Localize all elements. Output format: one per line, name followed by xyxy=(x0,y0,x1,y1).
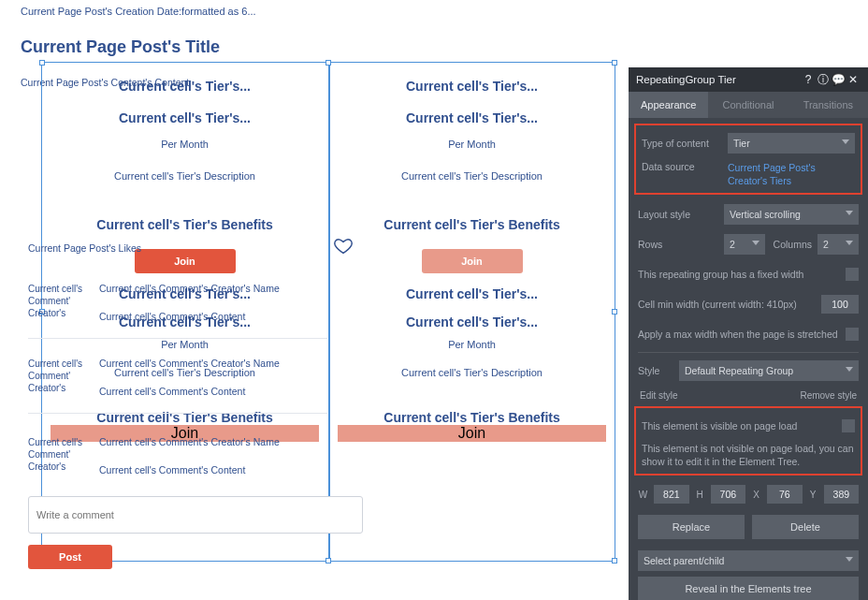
join-button[interactable]: Join xyxy=(338,425,606,442)
tier-cell[interactable]: Current cell's Tier's... Current cell's … xyxy=(328,62,615,273)
layout-style-label: Layout style xyxy=(638,209,724,220)
comment-input[interactable] xyxy=(28,496,363,534)
cell-min-width-input[interactable]: 100 xyxy=(821,295,859,314)
info-icon[interactable]: ⓘ xyxy=(816,72,831,88)
dropdown-value: Default Repeating Group xyxy=(685,365,793,376)
editor-canvas: Current Page Post's Creation Date:format… xyxy=(0,0,629,600)
dropdown-value: 2 xyxy=(823,239,829,250)
comment-row: Current cell's Comment' Creator's Curren… xyxy=(28,431,327,481)
chevron-down-icon xyxy=(846,211,853,215)
style-label: Style xyxy=(638,365,679,376)
chevron-down-icon xyxy=(846,367,853,372)
visible-on-load-label: This element is visible on page load xyxy=(642,419,842,432)
dropdown-value: 2 xyxy=(730,239,735,250)
panel-tabs: Appearance Conditional Transitions xyxy=(629,92,868,118)
columns-label: Columns xyxy=(765,239,817,250)
tier-price: Current cell's Tier's... xyxy=(338,110,606,125)
comment-creator-short: Current cell's Comment' Creator's xyxy=(28,283,84,319)
chevron-down-icon xyxy=(846,557,853,562)
comment-content: Current cell's Comment's Content xyxy=(99,386,245,397)
comment-row: Current cell's Comment' Creator's Curren… xyxy=(28,277,327,339)
replace-button[interactable]: Replace xyxy=(638,515,745,539)
likes-label: Current Page Post's Likes xyxy=(28,242,141,254)
data-source-label: Data source xyxy=(642,161,728,172)
heart-icon[interactable] xyxy=(333,236,354,256)
layout-style-dropdown[interactable]: Vertical scrolling xyxy=(724,204,859,225)
cell-min-width-label: Cell min width (current width: 410px) xyxy=(638,298,821,311)
remove-style-link[interactable]: Remove style xyxy=(800,390,857,401)
comment-row: Current cell's Comment' Creator's Curren… xyxy=(28,352,327,414)
resize-handle[interactable] xyxy=(326,558,331,563)
comment-creator-name: Current cell's Comment's Creator's Name xyxy=(99,283,280,294)
chevron-down-icon xyxy=(846,241,853,245)
rows-dropdown[interactable]: 2 xyxy=(724,234,765,255)
h-input[interactable]: 706 xyxy=(711,485,745,504)
delete-button[interactable]: Delete xyxy=(752,515,859,539)
fixed-width-label: This repeating group has a fixed width xyxy=(638,268,846,281)
style-dropdown[interactable]: Default Repeating Group xyxy=(679,360,859,381)
tier-name: Current cell's Tier's... xyxy=(338,79,606,94)
chevron-down-icon xyxy=(752,241,760,245)
y-input[interactable]: 389 xyxy=(824,485,859,504)
tier-price: Current cell's Tier's... xyxy=(51,110,319,125)
tab-appearance[interactable]: Appearance xyxy=(629,92,708,118)
comment-icon[interactable]: 💬 xyxy=(831,73,846,86)
visible-hint: This element is not visible on page load… xyxy=(642,442,855,468)
dropdown-value: Tier xyxy=(733,138,750,149)
tier-benefits: Current cell's Tier's Benefits xyxy=(51,217,319,232)
highlight-box: Type of content Tier Data source Current… xyxy=(634,124,862,195)
dimensions-row: W821 H706 X76 Y389 xyxy=(629,479,868,509)
close-icon[interactable]: ✕ xyxy=(846,73,861,86)
post-button[interactable]: Post xyxy=(28,545,112,569)
fixed-width-checkbox[interactable] xyxy=(846,268,859,281)
comment-creator-name: Current cell's Comment's Creator's Name xyxy=(99,436,280,447)
select-parent-dropdown[interactable]: Select parent/child xyxy=(638,550,859,571)
tier-description: Current cell's Tier's Description xyxy=(51,170,319,182)
w-input[interactable]: 821 xyxy=(654,485,688,504)
edit-style-link[interactable]: Edit style xyxy=(640,390,678,401)
comment-content: Current cell's Comment's Content xyxy=(99,311,245,322)
dropdown-value: Vertical scrolling xyxy=(730,209,801,220)
tier-benefits: Current cell's Tier's Benefits xyxy=(338,217,606,232)
comment-creator-short: Current cell's Comment' Creator's xyxy=(28,436,84,473)
tier-name: Current cell's Tier's... xyxy=(338,286,606,301)
property-panel: RepeatingGroup Tier ? ⓘ 💬 ✕ Appearance C… xyxy=(629,67,868,600)
per-month-label: Per Month xyxy=(51,139,319,150)
w-label: W xyxy=(638,490,648,500)
tier-price: Current cell's Tier's... xyxy=(338,315,606,329)
tab-transitions[interactable]: Transitions xyxy=(788,92,868,118)
per-month-label: Per Month xyxy=(338,139,606,150)
columns-dropdown[interactable]: 2 xyxy=(817,234,859,255)
help-icon[interactable]: ? xyxy=(801,73,816,86)
tier-benefits: Current cell's Tier's Benefits xyxy=(338,410,606,425)
h-label: H xyxy=(695,490,705,500)
y-label: Y xyxy=(808,490,818,500)
tier-description: Current cell's Tier's Description xyxy=(338,367,606,378)
max-width-checkbox[interactable] xyxy=(846,328,859,341)
visible-checkbox[interactable] xyxy=(842,419,855,432)
join-button[interactable]: Join xyxy=(422,249,523,273)
comment-creator-name: Current cell's Comment's Creator's Name xyxy=(99,358,280,369)
tier-description: Current cell's Tier's Description xyxy=(338,170,606,182)
page-title: Current Page Post's Title xyxy=(0,17,629,66)
resize-handle[interactable] xyxy=(612,558,617,563)
dropdown-value: Select parent/child xyxy=(644,555,724,566)
chevron-down-icon xyxy=(842,139,849,144)
data-source-value[interactable]: Current Page Post's Creator's Tiers xyxy=(728,161,855,187)
tier-cell[interactable]: Current cell's Tier's... Current cell's … xyxy=(328,273,615,442)
per-month-label: Per Month xyxy=(338,339,606,350)
rows-label: Rows xyxy=(638,239,724,250)
type-of-content-dropdown[interactable]: Tier xyxy=(728,133,855,154)
panel-header[interactable]: RepeatingGroup Tier ? ⓘ 💬 ✕ xyxy=(629,67,868,92)
join-button[interactable]: Join xyxy=(135,249,236,273)
reveal-button[interactable]: Reveal in the Elements tree xyxy=(638,577,859,600)
panel-title: RepeatingGroup Tier xyxy=(636,74,801,85)
x-label: X xyxy=(751,490,761,500)
max-width-label: Apply a max width when the page is stret… xyxy=(638,328,846,341)
per-month-label: Per Month xyxy=(51,339,319,350)
tier-name: Current cell's Tier's... xyxy=(51,79,319,94)
x-input[interactable]: 76 xyxy=(767,485,802,504)
tab-conditional[interactable]: Conditional xyxy=(708,92,788,118)
breadcrumb: Current Page Post's Creation Date:format… xyxy=(0,0,629,17)
highlight-box: This element is visible on page load Thi… xyxy=(634,406,862,476)
